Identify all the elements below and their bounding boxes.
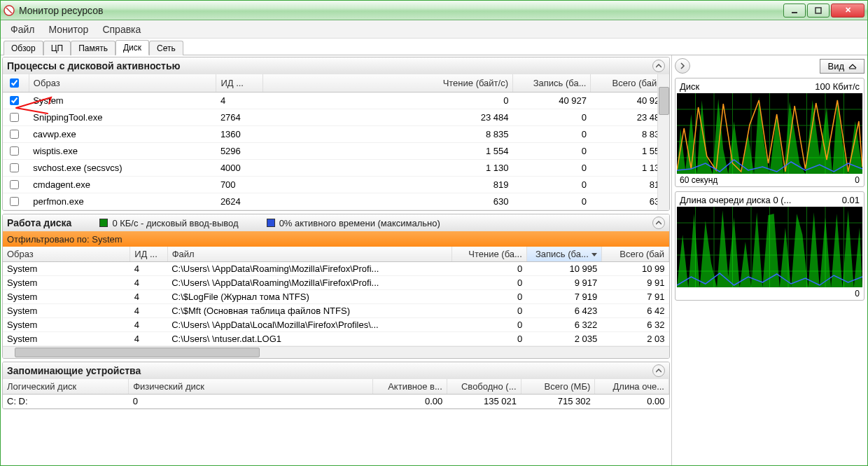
graph-title: Длина очереди диска 0 (... xyxy=(680,195,791,205)
graph-plot xyxy=(677,93,862,174)
tab-network[interactable]: Сеть xyxy=(149,41,183,55)
row-checkbox[interactable] xyxy=(10,113,19,122)
cell-read: 0 xyxy=(451,332,526,346)
cell-write: 9 917 xyxy=(526,276,601,290)
cell-read: 1 554 xyxy=(263,143,513,160)
collapse-icon[interactable] xyxy=(652,364,665,377)
disk-activity-header[interactable]: Работа диска 0 КБ/с - дисковый ввод-выво… xyxy=(3,214,669,231)
cell-physical: 0 xyxy=(129,395,373,409)
sort-desc-icon xyxy=(592,253,597,256)
table-row[interactable]: System 4 C:\Users\ \AppData\Roaming\Mozi… xyxy=(3,262,669,276)
col-file[interactable]: Файл xyxy=(167,247,451,262)
disk-activity-panel: Работа диска 0 КБ/с - дисковый ввод-выво… xyxy=(2,214,670,359)
table-row[interactable]: perfmon.exe 2624 630 0 630 xyxy=(3,193,669,210)
col-write[interactable]: Запись (ба... xyxy=(526,247,601,262)
cell-read: 0 xyxy=(451,276,526,290)
table-row[interactable]: svchost.exe (secsvcs) 4000 1 130 0 1 130 xyxy=(3,160,669,177)
row-checkbox[interactable] xyxy=(10,197,19,206)
col-image[interactable]: Образ xyxy=(3,247,130,262)
cell-image: System xyxy=(29,92,216,109)
col-check[interactable] xyxy=(3,74,29,92)
graph-disk: Диск 100 Кбит/с xyxy=(675,78,864,187)
col-pid[interactable]: ИД ... xyxy=(130,247,167,262)
table-row[interactable]: C: D: 0 0.00 135 021 715 302 0.00 xyxy=(3,395,669,409)
processes-title: Процессы с дисковой активностью xyxy=(7,60,180,71)
col-write[interactable]: Запись (ба... xyxy=(513,74,591,92)
disk-activity-title: Работа диска xyxy=(7,217,71,228)
processes-grid[interactable]: Образ ИД ... Чтение (байт/с) Запись (ба.… xyxy=(3,74,669,210)
storage-header[interactable]: Запоминающие устройства xyxy=(3,362,669,379)
table-row[interactable]: cmdagent.exe 700 819 0 819 xyxy=(3,177,669,193)
cell-pid: 4 xyxy=(130,304,167,318)
collapse-icon[interactable] xyxy=(652,217,665,229)
col-physical[interactable]: Физический диск xyxy=(129,379,373,395)
row-checkbox[interactable] xyxy=(10,96,19,105)
row-checkbox[interactable] xyxy=(10,180,19,189)
col-free[interactable]: Свободно (... xyxy=(447,379,521,395)
col-total[interactable]: Всего (бай xyxy=(601,247,668,262)
cell-pid: 4 xyxy=(130,276,167,290)
view-button[interactable]: Вид xyxy=(820,59,864,74)
col-total[interactable]: Всего (МБ) xyxy=(521,379,595,395)
table-row[interactable]: SnippingTool.exe 2764 23 484 0 23 484 xyxy=(3,109,669,126)
col-read[interactable]: Чтение (байт/с) xyxy=(263,74,513,92)
disk-activity-grid[interactable]: Образ ИД ... Файл Чтение (ба... Запись (… xyxy=(3,247,669,346)
cell-read: 0 xyxy=(451,290,526,304)
table-row[interactable]: System 4 C:\Users\ \ntuser.dat.LOG1 0 2 … xyxy=(3,332,669,346)
tab-memory[interactable]: Память xyxy=(71,41,115,55)
cell-pid: 4 xyxy=(216,92,263,109)
table-row[interactable]: System 4 C:\Users\ \AppData\Roaming\Mozi… xyxy=(3,276,669,290)
cell-pid: 2764 xyxy=(216,109,263,126)
swatch-green xyxy=(99,219,108,227)
col-active[interactable]: Активное в... xyxy=(373,379,447,395)
minimize-button[interactable] xyxy=(783,4,806,18)
cell-free: 135 021 xyxy=(447,395,521,409)
col-queue[interactable]: Длина оче... xyxy=(595,379,669,395)
cell-total: 6 32 xyxy=(601,318,668,332)
cell-file: C:\$LogFile (Журнал тома NTFS) xyxy=(167,290,451,304)
tab-cpu[interactable]: ЦП xyxy=(43,41,71,55)
cell-pid: 5296 xyxy=(216,143,263,160)
row-checkbox[interactable] xyxy=(10,163,19,172)
cell-write: 10 995 xyxy=(526,262,601,276)
table-row[interactable]: System 4 C:\$Mft (Основная таблица файло… xyxy=(3,304,669,318)
menu-monitor[interactable]: Монитор xyxy=(41,21,95,38)
cell-write: 6 423 xyxy=(526,304,601,318)
maximize-button[interactable] xyxy=(807,4,830,18)
cell-total: 9 91 xyxy=(601,276,668,290)
filter-bar: Отфильтровано по: System xyxy=(3,231,669,247)
cell-image: System xyxy=(3,304,130,318)
cell-pid: 4000 xyxy=(216,160,263,177)
table-row[interactable]: System 4 C:\Users\ \AppData\Local\Mozill… xyxy=(3,318,669,332)
storage-grid[interactable]: Логический диск Физический диск Активное… xyxy=(3,379,669,409)
table-row[interactable]: System 4 C:\$LogFile (Журнал тома NTFS) … xyxy=(3,290,669,304)
cell-read: 0 xyxy=(263,92,513,109)
col-read[interactable]: Чтение (ба... xyxy=(451,247,526,262)
menu-help[interactable]: Справка xyxy=(95,21,148,38)
expand-sidebar-button[interactable] xyxy=(675,58,690,74)
col-image[interactable]: Образ xyxy=(29,74,216,92)
cell-active: 0.00 xyxy=(373,395,447,409)
collapse-icon[interactable] xyxy=(652,60,665,72)
title-bar[interactable]: Монитор ресурсов ✕ xyxy=(1,1,867,20)
row-checkbox[interactable] xyxy=(10,130,19,139)
cell-read: 1 130 xyxy=(263,160,513,177)
menu-bar: Файл Монитор Справка xyxy=(1,20,867,39)
scrollbar-vertical[interactable] xyxy=(657,74,669,210)
cell-pid: 4 xyxy=(130,318,167,332)
scrollbar-horizontal[interactable] xyxy=(3,346,669,358)
close-button[interactable]: ✕ xyxy=(831,4,864,18)
tab-overview[interactable]: Обзор xyxy=(4,41,43,55)
col-logical[interactable]: Логический диск xyxy=(3,379,129,395)
graph-foot-left: 60 секунд xyxy=(680,175,718,185)
menu-file[interactable]: Файл xyxy=(4,21,41,38)
swatch-blue xyxy=(267,219,275,227)
table-row[interactable]: wisptis.exe 5296 1 554 0 1 554 xyxy=(3,143,669,160)
processes-header[interactable]: Процессы с дисковой активностью xyxy=(3,57,669,74)
filter-text: Отфильтровано по: System xyxy=(7,234,122,245)
table-row[interactable]: cavwp.exe 1360 8 835 0 8 835 xyxy=(3,126,669,143)
row-checkbox[interactable] xyxy=(10,146,19,156)
col-pid[interactable]: ИД ... xyxy=(216,74,263,92)
table-row[interactable]: System 4 0 40 927 40 927 xyxy=(3,92,669,109)
tab-disk[interactable]: Диск xyxy=(115,40,149,55)
